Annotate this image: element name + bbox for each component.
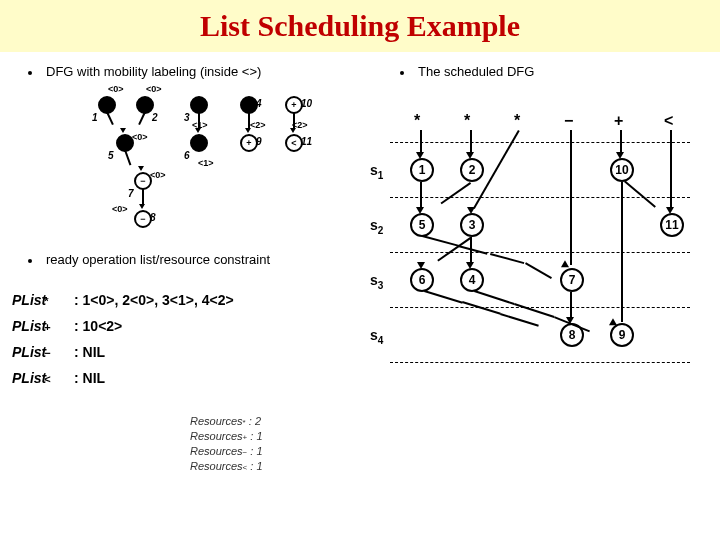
step-label: s2 <box>370 217 383 236</box>
bullet-text: ready operation list/resource constraint <box>46 252 270 267</box>
plist-items: 1<0>, 2<0>, 3<1>, 4<2> <box>83 292 234 308</box>
node-mob: <0> <box>108 84 124 94</box>
bullet-icon <box>28 71 32 75</box>
plist-label: PList+ <box>12 318 74 334</box>
node-mob: <0> <box>112 204 128 214</box>
plist-items: 10<2> <box>83 318 123 334</box>
sched-node-4: 4 <box>460 268 484 292</box>
resources-block: Resources* : 2 Resources+ : 1 Resources−… <box>190 414 263 473</box>
op-header: * <box>464 112 470 130</box>
plist-label: PList< <box>12 370 74 386</box>
plist-items: NIL <box>83 370 106 386</box>
plist-block: PList*: 1<0>, 2<0>, 3<1>, 4<2> PList+: 1… <box>12 292 234 396</box>
node-mob: <1> <box>198 158 214 168</box>
node-label: 9 <box>256 136 262 147</box>
op-header: * <box>414 112 420 130</box>
resource-row: Resources+ : 1 <box>190 429 263 444</box>
node-label: 4 <box>256 98 262 109</box>
bullet-icon <box>28 259 32 263</box>
bullet-icon <box>400 71 404 75</box>
node-label: 8 <box>150 212 156 223</box>
bullet-scheduled: The scheduled DFG <box>400 64 534 79</box>
dfg-mobility-graph: 1 <0> 2 <0> 3 4 + 10 5 <0> <1> 6 + 9 <2>… <box>90 88 320 248</box>
sched-node-11: 11 <box>660 213 684 237</box>
bullet-dfg-mobility: DFG with mobility labeling (inside <>) <box>28 64 261 79</box>
resource-row: Resources< : 1 <box>190 459 263 474</box>
resource-row: Resources* : 2 <box>190 414 263 429</box>
sched-node-2: 2 <box>460 158 484 182</box>
bullet-text: DFG with mobility labeling (inside <>) <box>46 64 261 79</box>
node-mob: <0> <box>132 132 148 142</box>
node-label: 6 <box>184 150 190 161</box>
sched-node-3: 3 <box>460 213 484 237</box>
node-6 <box>190 134 208 152</box>
sched-node-10: 10 <box>610 158 634 182</box>
step-label: s1 <box>370 162 383 181</box>
bullet-ready-list: ready operation list/resource constraint <box>28 252 270 267</box>
plist-row-mul: PList*: 1<0>, 2<0>, 3<1>, 4<2> <box>12 292 234 308</box>
plist-row-add: PList+: 10<2> <box>12 318 234 334</box>
node-label: 3 <box>184 112 190 123</box>
op-header: < <box>664 112 673 130</box>
step-label: s3 <box>370 272 383 291</box>
node-label: 2 <box>152 112 158 123</box>
node-mob: <0> <box>150 170 166 180</box>
sched-node-5: 5 <box>410 213 434 237</box>
plist-label: PList* <box>12 292 74 308</box>
plist-label: PList− <box>12 344 74 360</box>
sched-node-1: 1 <box>410 158 434 182</box>
plist-items: NIL <box>83 344 106 360</box>
title-bar: List Scheduling Example <box>0 0 720 52</box>
op-header: − <box>564 112 573 130</box>
sched-node-7: 7 <box>560 268 584 292</box>
node-label: 10 <box>301 98 312 109</box>
scheduled-dfg: * * * − + < s1 s2 s3 s4 1 2 10 5 3 11 6 … <box>370 112 700 392</box>
node-mob: <0> <box>146 84 162 94</box>
node-mob: <2> <box>250 120 266 130</box>
resource-row: Resources− : 1 <box>190 444 263 459</box>
op-header: + <box>614 112 623 130</box>
node-label: 1 <box>92 112 98 123</box>
page-title: List Scheduling Example <box>200 9 520 43</box>
bullet-text: The scheduled DFG <box>418 64 534 79</box>
node-label: 5 <box>108 150 114 161</box>
op-header: * <box>514 112 520 130</box>
node-label: 11 <box>301 136 312 147</box>
plist-row-lt: PList<: NIL <box>12 370 234 386</box>
step-label: s4 <box>370 327 383 346</box>
node-label: 7 <box>128 188 134 199</box>
sched-node-6: 6 <box>410 268 434 292</box>
plist-row-sub: PList−: NIL <box>12 344 234 360</box>
slide-body: DFG with mobility labeling (inside <>) T… <box>0 52 720 540</box>
